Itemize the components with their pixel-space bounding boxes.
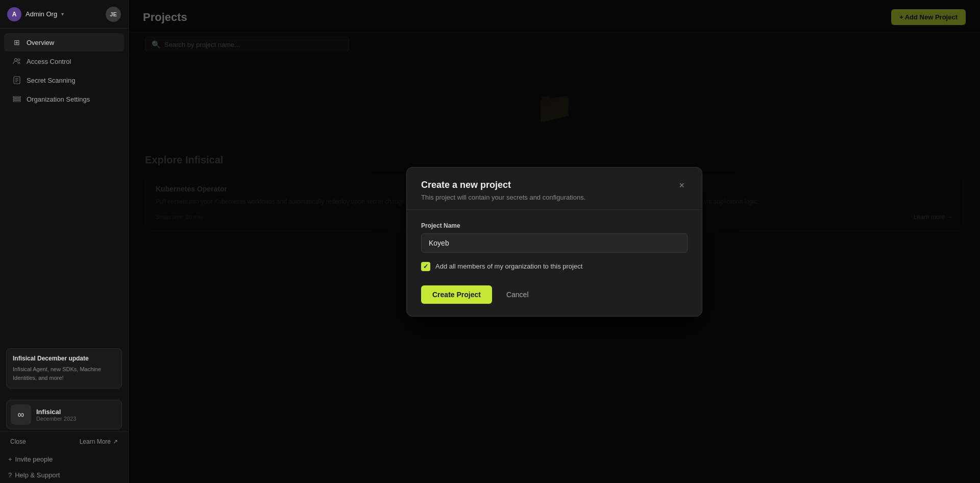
- sidebar-item-access-control[interactable]: Access Control: [4, 52, 124, 70]
- update-title: Infisical December update: [13, 355, 115, 362]
- access-control-icon: [12, 57, 21, 66]
- add-members-row: ✓ Add all members of my organization to …: [421, 262, 688, 271]
- sidebar-nav: ⊞ Overview Access Control: [0, 29, 128, 342]
- create-project-modal: Create a new project This project will c…: [406, 167, 702, 317]
- modal-body: Project Name ✓ Add all members of my org…: [407, 210, 702, 316]
- avatar[interactable]: JE: [106, 7, 121, 22]
- secret-scanning-icon: [12, 76, 21, 85]
- infisical-card: ∞ Infisical December 2023: [6, 400, 122, 429]
- update-box: Infisical December update Infisical Agen…: [6, 348, 122, 389]
- sidebar-bottom-actions: Close Learn More ↗: [0, 431, 128, 451]
- sidebar-item-organization-settings[interactable]: Organization Settings: [4, 90, 124, 108]
- help-support[interactable]: ? Help & Support: [0, 467, 128, 483]
- create-project-button[interactable]: Create Project: [421, 285, 492, 304]
- svg-point-1: [18, 59, 20, 61]
- update-description: Infisical Agent, new SDKs, Machine Ident…: [13, 365, 115, 382]
- svg-rect-7: [13, 99, 20, 100]
- add-members-checkbox[interactable]: ✓: [421, 262, 430, 271]
- main-content: Projects + Add New Project 🔍 📁 Explore I…: [129, 0, 980, 483]
- project-name-label: Project Name: [421, 222, 688, 229]
- infisical-date: December 2023: [36, 416, 76, 422]
- modal-title: Create a new project: [421, 180, 585, 190]
- cancel-button[interactable]: Cancel: [498, 285, 537, 304]
- sidebar-header: A Admin Org ▾ JE: [0, 0, 128, 29]
- chevron-down-icon: ▾: [61, 11, 64, 17]
- modal-footer: Create Project Cancel: [421, 285, 688, 304]
- org-settings-icon: [12, 94, 21, 104]
- modal-overlay: Create a new project This project will c…: [129, 0, 980, 483]
- close-button[interactable]: Close: [7, 436, 29, 447]
- sidebar: A Admin Org ▾ JE ⊞ Overview Access Contr…: [0, 0, 129, 483]
- modal-subtitle: This project will contain your secrets a…: [421, 194, 585, 201]
- infisical-name: Infisical: [36, 408, 76, 416]
- svg-rect-8: [13, 101, 20, 102]
- sidebar-item-secret-scanning[interactable]: Secret Scanning: [4, 71, 124, 89]
- svg-point-0: [15, 59, 17, 61]
- org-selector[interactable]: A Admin Org ▾: [7, 7, 64, 21]
- infisical-logo-icon: ∞: [11, 404, 31, 425]
- question-icon: ?: [8, 471, 12, 479]
- checkmark-icon: ✓: [423, 263, 428, 270]
- project-name-input[interactable]: [421, 233, 688, 253]
- modal-header: Create a new project This project will c…: [407, 167, 702, 210]
- sidebar-item-overview[interactable]: ⊞ Overview: [4, 33, 124, 52]
- external-link-icon: ↗: [113, 438, 118, 445]
- org-name: Admin Org: [26, 10, 57, 18]
- learn-more-button[interactable]: Learn More ↗: [77, 436, 121, 447]
- overview-icon: ⊞: [12, 38, 21, 47]
- add-members-label: Add all members of my organization to th…: [435, 262, 582, 270]
- plus-icon: +: [8, 455, 12, 463]
- invite-people[interactable]: + Invite people: [0, 451, 128, 467]
- modal-close-button[interactable]: ×: [676, 180, 688, 191]
- svg-rect-6: [13, 96, 20, 98]
- org-avatar: A: [7, 7, 21, 21]
